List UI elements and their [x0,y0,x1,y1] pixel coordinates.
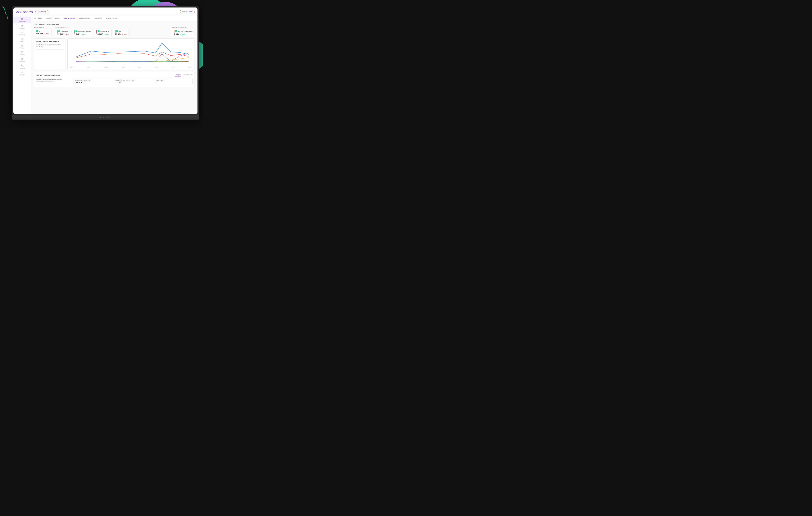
stat-value-core: 11.74K [57,33,63,35]
chart-left-panel: ATTACKS BLOCKED TREND ▼ 99% decrease in … [34,38,65,70]
main-content: Highlights Protection Status Attack Tren… [31,16,198,114]
tab-by-countries[interactable]: By Countries [183,74,193,77]
core-color-bar [57,30,58,33]
tab-highlights[interactable]: Highlights [34,16,42,21]
highest-attacks-left: 76.76K (highest) of the attacks are from… [36,78,71,85]
tab-attack-trends[interactable]: Attack Trends [63,16,76,21]
policy-stats: Core rules 11.74K ▼ 18% [55,29,129,37]
stat-name-core: Core rules [61,31,68,32]
macbook-label: MacBook Pro [100,117,111,118]
stat-header-geo-ip: Geo & IP Custom rules [174,30,193,33]
chart-right-panel: May 29 Jun 01 Jun 04 Jun 07 Jun 10 Jun 1… [67,38,195,70]
protect-icon: ⛨ [21,45,23,47]
teal-decoration [5,5,5,19]
content-area: PROTECTION PERFORMANCE Attacks blocked [31,21,198,114]
tab-protection-status[interactable]: Protection Status [46,16,60,21]
stat-card-ddos: DDoS policies 74.26K ▲ 375% [94,29,112,37]
highest-attacks-desc: 76.76K (highest) of the attacks are from [36,78,71,80]
laptop-screen: APPTRANA All Domain Last 30 Days ⊞ Dashb… [13,7,198,114]
stat-change-all: ▼ 99% [45,33,49,34]
tick-bot [116,30,118,32]
sidebar-item-protect[interactable]: ⛨ Protect [13,44,31,50]
stat-value-geo: 4.55K [174,33,179,35]
sidebar-label-analysis: Analysis [20,61,25,62]
sidebar-label-overview: Overview [19,27,25,29]
attacks-blocked-group: Attacks blocked All 106.91K [34,27,52,36]
attacks-blocked-col-value: 106.91K [75,82,110,84]
detect-icon: ◎ [21,38,23,40]
divider-2 [130,27,130,37]
bottom-stats-row: Attacks Blocked at (Top 5) 106.91K Block… [74,78,193,85]
x-label-6: Jun 16 [171,67,175,68]
stats-groups-row: Attacks blocked All 106.91K [34,27,195,37]
tab-at-apps[interactable]: At Apps [175,74,181,77]
stat-card-geo-ip: Geo & IP Custom rules 4.55K ▲ 100% [172,29,195,37]
stat-change-custom: ▲ 184% [80,34,86,35]
tick-ddos [97,30,99,32]
app-body: ⊞ Dashboard ◉ Overview ⚙ Discover ◎ [13,16,198,114]
x-label-4: Jun 10 [138,67,142,68]
tab-action-center[interactable]: Action Center [106,16,117,21]
sidebar-item-discover[interactable]: ⚙ Discover [13,30,31,37]
stat-card-all: All 106.91K ▼ 99% [34,29,52,36]
sidebar-label-settings: Settings [20,67,25,69]
trend-down-arrow: ▼ [36,44,38,46]
blocked-policy-label: Blocked by policy type [55,27,129,28]
line-chart [69,40,193,66]
stat-value-bot: 18.32K [115,33,121,35]
stat-header-all: All [36,30,50,32]
sidebar-item-settings[interactable]: 🔧 Settings [13,63,31,70]
trend-title: ATTACKS BLOCKED TREND [36,40,63,42]
tab-bandwidth[interactable]: Bandwidth [94,16,103,21]
sidebar-item-detect[interactable]: ◎ Detect [13,37,31,44]
all-domain-button[interactable]: All Domain [35,10,49,13]
geo-color-bar [174,30,174,33]
stat-change-core: ▼ 18% [64,34,69,35]
stat-card-core: Core rules 11.74K ▼ 18% [55,29,71,37]
sidebar-item-dashboard[interactable]: ⊞ Dashboard [13,17,31,23]
stat-name-geo: Geo & IP Custom rules [178,31,193,32]
x-label-2: Jun 04 [104,67,108,68]
custom-rules-label: Blocked By Custom rules [172,27,195,28]
dashboard-icon: ⊞ [21,18,23,20]
sidebar-label-monitor: Monitor [20,54,24,55]
tick-custom [76,30,78,32]
monitor-icon: ☑ [21,51,23,54]
sidebar-label-detect: Detect [20,41,24,42]
bottom-stat-block-extra: Block... (Top... ... [154,78,193,85]
highest-attacks-subdomain: appname.demo.apptrana.info [36,80,71,82]
attacks-blocked-label: Attacks blocked [34,27,52,28]
blocked-policy-group: Blocked by policy type Core rules [55,27,129,37]
settings-icon: 🔧 [21,64,24,67]
sidebar-label-dashboard: Dashboard [19,21,25,22]
bottom-content: 76.76K (highest) of the attacks are from… [36,78,193,85]
laptop-base: MacBook Pro [12,115,199,120]
tab-vulnerabilities[interactable]: Vulnerabilities [79,16,91,21]
trend-description: ▼ 99% decrease in attacks blocked from l… [36,44,63,48]
app-logo: APPTRANA [16,10,33,13]
analysis-icon: ▦ [21,58,23,60]
block-extra-col-value: ... [156,82,191,84]
sidebar-item-analysis[interactable]: ▦ Analysis [13,57,31,63]
sidebar-label-manage: Manage [20,74,25,76]
bottom-stat-attacks-blocked: Attacks Blocked at (Top 5) 106.91K [74,78,112,85]
attacks-blocked-col-label: Attacks Blocked at (Top 5) [75,80,110,81]
highest-attacks-tabs: At Apps By Countries [175,74,193,77]
stat-header-custom-policies: By Custom policies [74,30,91,33]
stat-header-core: Core rules [57,30,69,33]
stat-name-custom: By Custom policies [78,31,91,32]
stat-change-ddos: ▲ 375% [104,34,109,35]
chart-x-labels: May 29 Jun 01 Jun 04 Jun 07 Jun 10 Jun 1… [69,67,193,68]
x-label-0: May 29 [70,67,74,68]
bottom-header: HIGHEST ATTACKS BLOCKED At Apps By Count… [36,74,193,77]
section-title-protection: PROTECTION PERFORMANCE [34,23,195,25]
sidebar-item-manage[interactable]: ⚙ Manage [13,70,31,77]
custom-rules-group: Blocked By Custom rules Geo & IP Custom … [172,27,195,37]
stat-name-bot: BOT [119,31,122,32]
stat-change-geo: ▲ 100% [180,34,185,35]
stat-header-bot: BOT [115,30,126,33]
last-days-button[interactable]: Last 30 Days [180,10,195,13]
sidebar-item-overview[interactable]: ◉ Overview [13,23,31,30]
stat-card-custom-policies: By Custom policies 7.14K ▲ 184% [72,29,93,37]
sidebar-item-monitor[interactable]: ☑ Monitor [13,50,31,57]
